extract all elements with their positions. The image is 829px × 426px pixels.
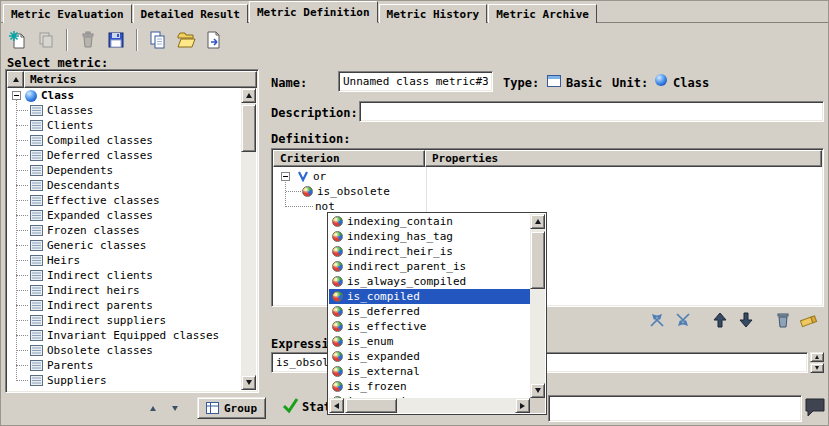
group-icon bbox=[206, 402, 219, 414]
tree-item[interactable]: Descendants bbox=[8, 178, 241, 193]
tab[interactable]: Metric Archive bbox=[488, 4, 597, 23]
dropdown-item[interactable]: indirect_parent_is bbox=[329, 259, 530, 274]
dropdown-hscroll-thumb[interactable] bbox=[345, 398, 397, 413]
tree-item[interactable]: Indirect parents bbox=[8, 298, 241, 313]
name-input[interactable] bbox=[338, 71, 493, 92]
dropdown-item[interactable]: is_always_compiled bbox=[329, 274, 530, 289]
tree-item[interactable]: Indirect suppliers bbox=[8, 313, 241, 328]
remove-criterion-button[interactable] bbox=[772, 309, 794, 331]
dropdown-item[interactable]: is_effective bbox=[329, 319, 530, 334]
export-metric-button[interactable] bbox=[201, 27, 227, 53]
collapse-icon[interactable] bbox=[281, 172, 290, 181]
tree-item[interactable]: Deferred classes bbox=[8, 148, 241, 163]
tree-item[interactable]: Generic classes bbox=[8, 238, 241, 253]
dropdown-item-label: is_compiled bbox=[347, 290, 420, 303]
tree-item[interactable]: Dependents bbox=[8, 163, 241, 178]
scroll-left-button[interactable] bbox=[329, 398, 344, 413]
exchange-criteria-button[interactable] bbox=[646, 309, 668, 331]
tree-scrollbar[interactable] bbox=[241, 88, 256, 390]
open-metric-file-button[interactable] bbox=[173, 27, 199, 53]
reverse-criteria-button[interactable] bbox=[672, 309, 694, 331]
status-message-field[interactable] bbox=[548, 395, 802, 422]
criterion-column-header[interactable]: Criterion bbox=[273, 150, 425, 167]
metrics-column-header[interactable]: Metrics bbox=[24, 71, 257, 88]
dropdown-item[interactable]: is_frozen bbox=[329, 379, 530, 394]
tab[interactable]: Detailed Result bbox=[133, 4, 248, 23]
tree-item-label: Obsolete classes bbox=[47, 344, 153, 357]
scroll-right-button[interactable] bbox=[515, 398, 530, 413]
duplicate-metric-button[interactable] bbox=[145, 27, 171, 53]
dropdown-item[interactable]: is_deferred bbox=[329, 304, 530, 319]
tab[interactable]: Metric Evaluation bbox=[3, 4, 132, 23]
dropdown-hscrollbar[interactable] bbox=[329, 398, 530, 413]
metric-icon bbox=[30, 375, 43, 386]
scroll-up-button[interactable] bbox=[241, 88, 256, 103]
description-input[interactable] bbox=[359, 101, 824, 122]
tree-item[interactable]: Indirect heirs bbox=[8, 283, 241, 298]
tree-scrollbar-thumb[interactable] bbox=[241, 104, 256, 152]
tree-item[interactable]: Compiled classes bbox=[8, 133, 241, 148]
spin-up-icon bbox=[815, 355, 819, 359]
scroll-down-button[interactable] bbox=[241, 375, 256, 390]
tree-item[interactable]: Effective classes bbox=[8, 193, 241, 208]
tree-item[interactable]: Suppliers bbox=[8, 373, 241, 388]
tree-item-label: Frozen classes bbox=[47, 224, 140, 237]
tree-item-label: Parents bbox=[47, 359, 93, 372]
dropdown-item-label: is_frozen bbox=[347, 380, 407, 393]
criterion-row-is-obsolete[interactable]: is_obsolete bbox=[302, 184, 390, 199]
tree-item[interactable]: Obsolete classes bbox=[8, 343, 241, 358]
spin-down-button[interactable] bbox=[810, 363, 824, 373]
tree-root-class[interactable]: Class bbox=[8, 88, 241, 103]
tab[interactable]: Metric Definition bbox=[249, 1, 378, 23]
scroll-down-button[interactable] bbox=[530, 383, 545, 398]
tree-item-label: Indirect clients bbox=[47, 269, 153, 282]
tree-item-label: Deferred classes bbox=[47, 149, 153, 162]
sort-ascending-header[interactable] bbox=[7, 71, 24, 88]
move-metric-up-button[interactable] bbox=[143, 398, 163, 418]
dropdown-item[interactable]: indirect_heir_is bbox=[329, 244, 530, 259]
dropdown-item[interactable]: is_compiled bbox=[329, 289, 530, 304]
dropdown-vscrollbar[interactable] bbox=[530, 214, 545, 398]
tree-item[interactable]: Classes bbox=[8, 103, 241, 118]
metrics-tree: Class Classes Clients bbox=[8, 88, 241, 390]
tree-item[interactable]: Clients bbox=[8, 118, 241, 133]
dropdown-item[interactable]: is_external bbox=[329, 364, 530, 379]
dropdown-item[interactable]: indexing_contain bbox=[329, 214, 530, 229]
dropdown-item[interactable]: indexing_has_tag bbox=[329, 229, 530, 244]
dropdown-item[interactable]: is_expanded bbox=[329, 349, 530, 364]
metric-icon bbox=[30, 210, 43, 221]
new-metric-button[interactable] bbox=[5, 27, 31, 53]
criterion-row-or[interactable]: or bbox=[281, 169, 326, 184]
dropdown-vscroll-thumb[interactable] bbox=[530, 231, 545, 289]
criterion-table-header: Criterion Properties bbox=[273, 150, 822, 167]
metric-icon bbox=[30, 135, 43, 146]
select-metric-label: Select metric: bbox=[7, 56, 108, 70]
move-criterion-down-icon bbox=[737, 311, 755, 329]
move-criterion-down-button[interactable] bbox=[735, 309, 757, 331]
dropdown-item[interactable]: is_enum bbox=[329, 334, 530, 349]
tree-item[interactable]: Parents bbox=[8, 358, 241, 373]
tree-item[interactable]: Heirs bbox=[8, 253, 241, 268]
tree-item[interactable]: Invariant Equipped classes bbox=[8, 328, 241, 343]
tree-item[interactable]: Indirect clients bbox=[8, 268, 241, 283]
clear-definition-button[interactable] bbox=[798, 309, 820, 331]
comment-button[interactable] bbox=[804, 396, 826, 418]
spin-up-button[interactable] bbox=[810, 352, 824, 362]
metric-icon bbox=[30, 105, 43, 116]
tree-item[interactable]: Expanded classes bbox=[8, 208, 241, 223]
tab[interactable]: Metric History bbox=[379, 4, 488, 23]
metrics-tree-panel: Metrics Class Classes bbox=[5, 69, 259, 393]
move-metric-down-button[interactable] bbox=[165, 398, 185, 418]
toolbar-separator bbox=[66, 29, 68, 51]
remove-criterion-icon bbox=[773, 310, 793, 330]
dropdown-item-label: is_effective bbox=[347, 320, 426, 333]
move-criterion-up-button[interactable] bbox=[709, 309, 731, 331]
exchange-criteria-icon bbox=[647, 310, 667, 330]
properties-column-header[interactable]: Properties bbox=[425, 150, 822, 167]
save-metric-button[interactable] bbox=[103, 27, 129, 53]
tree-item[interactable]: Frozen classes bbox=[8, 223, 241, 238]
tab-bar: Metric Evaluation Detailed Result Metric… bbox=[3, 1, 598, 23]
tree-children: Classes Clients Compiled classes bbox=[8, 103, 241, 388]
scroll-up-button[interactable] bbox=[530, 214, 545, 229]
group-button[interactable]: Group bbox=[197, 397, 266, 419]
